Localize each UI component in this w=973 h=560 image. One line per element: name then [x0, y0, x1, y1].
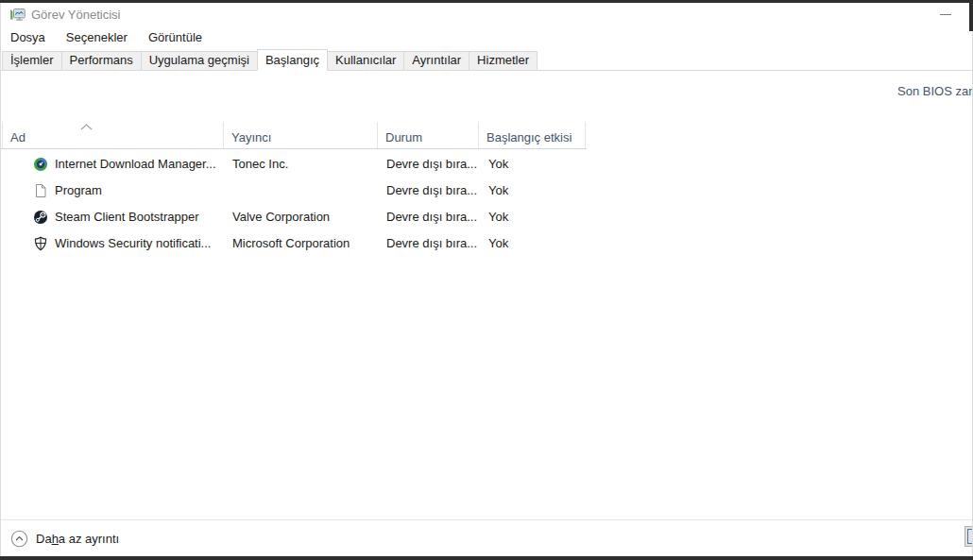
- column-header-yayinci[interactable]: Yayıncı: [224, 122, 378, 148]
- steam-icon: [33, 210, 48, 225]
- tab-baslangic[interactable]: Başlangıç: [257, 49, 328, 71]
- window-left-border: [0, 3, 1, 556]
- task-manager-icon: [9, 7, 26, 23]
- task-manager-window: Görev Yöneticisi Dosya Seçenekler Görünt…: [0, 0, 973, 560]
- screen-bottom-edge: [0, 556, 973, 560]
- startup-item-impact: Yok: [488, 230, 508, 257]
- tab-uygulama-gecmisi[interactable]: Uygulama geçmişi: [141, 51, 258, 70]
- tab-ayrintilar[interactable]: Ayrıntılar: [403, 51, 469, 70]
- tab-hizmetler[interactable]: Hizmetler: [469, 51, 538, 70]
- startup-item-status: Devre dışı bıra...: [386, 151, 477, 178]
- startup-table-header: Ad Yayıncı Durum Başlangıç etkisi: [1, 122, 587, 149]
- minimize-icon: [940, 14, 951, 15]
- security-shield-icon: [33, 236, 48, 251]
- table-row[interactable]: Program Devre dışı bıra... Yok: [1, 178, 973, 204]
- startup-item-name: Internet Download Manager...: [55, 151, 216, 178]
- column-header-baslangic-etkisi[interactable]: Başlangıç etkisi: [479, 122, 586, 148]
- title-bar: Görev Yöneticisi: [0, 3, 973, 26]
- screen-top-edge: [0, 0, 973, 3]
- startup-item-impact: Yok: [488, 204, 508, 230]
- menu-goruntule[interactable]: Görüntüle: [138, 26, 213, 49]
- last-bios-time-label: Son BIOS zam: [897, 84, 973, 98]
- table-row[interactable]: Steam Client Bootstrapper Valve Corporat…: [1, 204, 973, 230]
- menu-bar: Dosya Seçenekler Görüntüle: [0, 26, 213, 49]
- tab-islemler[interactable]: İşlemler: [2, 51, 62, 70]
- menu-dosya[interactable]: Dosya: [0, 26, 56, 49]
- fewer-details-button[interactable]: Daha az ayrıntı: [10, 520, 119, 557]
- document-icon: [33, 183, 48, 198]
- tab-performans[interactable]: Performans: [61, 51, 142, 70]
- footer-bar: Daha az ayrıntı: [0, 519, 973, 557]
- idm-globe-icon: [33, 157, 48, 172]
- table-row[interactable]: Windows Security notificati... Microsoft…: [1, 230, 973, 257]
- startup-item-status: Devre dışı bıra...: [386, 230, 477, 257]
- startup-item-name: Windows Security notificati...: [55, 230, 211, 257]
- startup-item-status: Devre dışı bıra...: [386, 204, 477, 230]
- fewer-details-label: Daha az ayrıntı: [36, 520, 119, 557]
- startup-item-name: Steam Client Bootstrapper: [55, 204, 198, 230]
- screen-right-edge: [969, 0, 973, 31]
- table-row[interactable]: Internet Download Manager... Tonec Inc. …: [1, 151, 973, 178]
- startup-item-publisher: Valve Corporation: [232, 204, 330, 230]
- tab-kullanicilar[interactable]: Kullanıcılar: [327, 51, 404, 70]
- startup-item-publisher: Tonec Inc.: [232, 151, 288, 178]
- startup-item-publisher: Microsoft Corporation: [232, 230, 350, 257]
- startup-item-impact: Yok: [488, 178, 508, 204]
- tab-bar: İşlemler Performans Uygulama geçmişi Baş…: [0, 49, 973, 71]
- column-header-ad[interactable]: Ad: [2, 122, 224, 148]
- startup-item-impact: Yok: [488, 151, 508, 178]
- window-title: Görev Yöneticisi: [31, 3, 120, 26]
- startup-items-list: Internet Download Manager... Tonec Inc. …: [1, 151, 973, 257]
- minimize-button[interactable]: [930, 3, 962, 26]
- chevron-up-circle-icon: [10, 530, 28, 548]
- menu-secenekler[interactable]: Seçenekler: [56, 26, 138, 49]
- column-header-durum[interactable]: Durum: [378, 122, 479, 148]
- startup-item-status: Devre dışı bıra...: [386, 178, 477, 204]
- startup-item-name: Program: [55, 178, 102, 204]
